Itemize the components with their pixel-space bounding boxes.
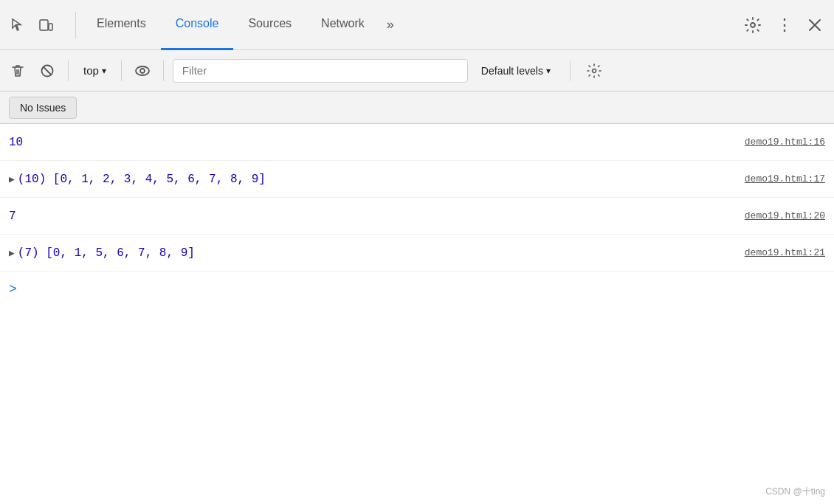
svg-rect-1: [49, 24, 52, 30]
console-link[interactable]: demo19.html:21: [745, 247, 825, 258]
svg-point-2: [751, 23, 755, 27]
expand-arrow[interactable]: ▶: [9, 247, 15, 259]
responsive-icon[interactable]: [34, 13, 58, 37]
clear-console-icon[interactable]: [6, 59, 30, 83]
block-icon[interactable]: [35, 59, 59, 83]
tab-console[interactable]: Console: [161, 0, 234, 50]
svg-point-11: [592, 69, 596, 72]
default-levels-arrow: ▾: [546, 66, 551, 76]
console-prompt-row: >: [0, 272, 834, 307]
content-area: top ▾ Default levels ▾ No Iss: [0, 50, 834, 504]
context-dropdown[interactable]: top ▾: [77, 61, 112, 80]
tab-sources[interactable]: Sources: [233, 0, 306, 50]
console-row: 10 demo19.html:16: [0, 124, 834, 161]
toolbar: top ▾ Default levels ▾: [0, 50, 834, 92]
default-levels-dropdown[interactable]: Default levels ▾: [474, 62, 558, 80]
close-icon[interactable]: [802, 12, 828, 38]
toolbar-sep-1: [68, 61, 69, 81]
eye-icon[interactable]: [131, 59, 154, 83]
tabs: Elements Console Sources Network »: [82, 0, 740, 50]
tab-more[interactable]: »: [379, 11, 402, 38]
context-arrow: ▾: [102, 66, 106, 76]
tab-network[interactable]: Network: [306, 0, 379, 50]
more-options-icon[interactable]: ⋮: [771, 12, 797, 38]
console-value: 7: [9, 210, 736, 223]
toolbar-sep-3: [163, 61, 164, 81]
filter-input[interactable]: [173, 59, 468, 83]
tab-elements[interactable]: Elements: [82, 0, 161, 50]
console-row: ▶ (10) [0, 1, 2, 3, 4, 5, 6, 7, 8, 9] de…: [0, 161, 834, 198]
context-label: top: [83, 64, 99, 77]
prompt-arrow: >: [9, 282, 17, 297]
console-value: (7) [0, 1, 5, 6, 7, 8, 9]: [18, 246, 736, 260]
console-row: ▶ (7) [0, 1, 5, 6, 7, 8, 9] demo19.html:…: [0, 235, 834, 272]
tab-bar-right: ⋮: [740, 12, 828, 38]
console-settings-icon[interactable]: [582, 59, 606, 83]
console-link[interactable]: demo19.html:20: [745, 210, 825, 221]
console-value: 10: [9, 136, 736, 149]
tab-bar-separator: [75, 12, 76, 38]
expand-arrow[interactable]: ▶: [9, 173, 15, 185]
cursor-icon[interactable]: [6, 13, 30, 37]
svg-rect-0: [40, 20, 48, 30]
svg-line-8: [44, 66, 52, 75]
devtools-icons: [6, 13, 58, 37]
default-levels-label: Default levels: [481, 65, 543, 77]
issues-bar: No Issues: [0, 92, 834, 124]
console-output: 10 demo19.html:16 ▶ (10) [0, 1, 2, 3, 4,…: [0, 124, 834, 504]
no-issues-button[interactable]: No Issues: [9, 97, 77, 119]
console-link[interactable]: demo19.html:17: [745, 173, 825, 184]
console-link[interactable]: demo19.html:16: [745, 137, 825, 148]
watermark: CSDN @十ting: [765, 486, 825, 498]
toolbar-vsep: [570, 61, 571, 81]
console-row: 7 demo19.html:20: [0, 198, 834, 235]
toolbar-sep-2: [121, 61, 122, 81]
console-value: (10) [0, 1, 2, 3, 4, 5, 6, 7, 8, 9]: [18, 173, 736, 186]
svg-point-10: [140, 69, 145, 73]
settings-icon[interactable]: [740, 12, 766, 38]
svg-point-9: [136, 66, 149, 75]
tab-bar: Elements Console Sources Network » ⋮: [0, 0, 834, 50]
